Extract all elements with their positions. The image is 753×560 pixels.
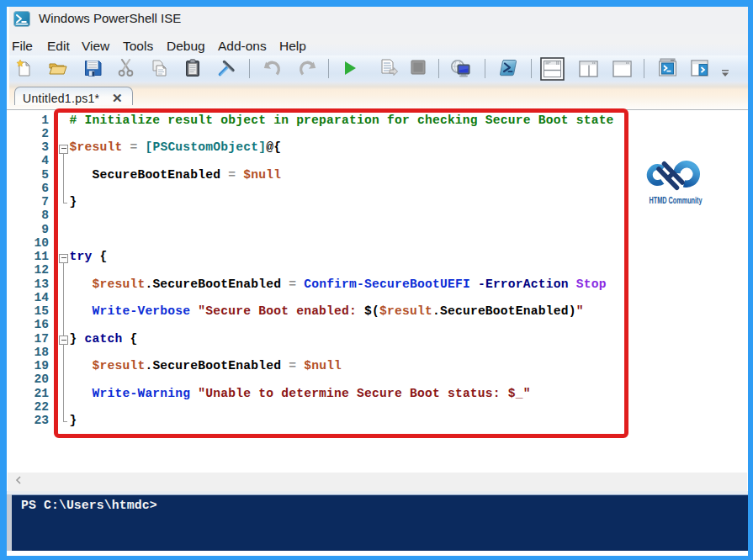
svg-text:HTMD Community: HTMD Community <box>650 195 703 205</box>
